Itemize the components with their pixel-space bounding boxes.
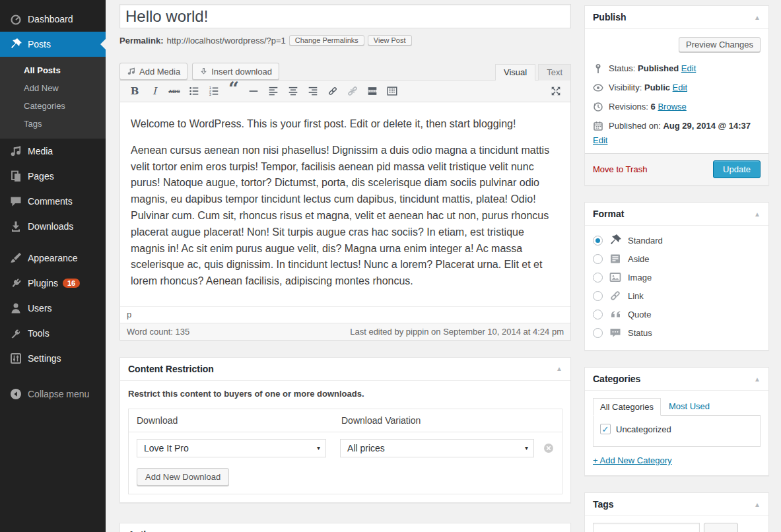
format-option-label: Quote <box>628 310 651 319</box>
category-checkbox[interactable] <box>600 424 611 434</box>
select-caret-icon: ▾ <box>317 444 320 451</box>
status-bubble-icon <box>609 326 622 339</box>
users-icon <box>9 302 22 315</box>
permalink-url[interactable]: http://localhost/wordpress/?p=1 <box>166 36 285 46</box>
add-new-download-button[interactable]: Add New Download <box>137 468 229 486</box>
horizontal-rule-button[interactable] <box>244 83 263 99</box>
categories-panel-header[interactable]: Categories ▲ <box>585 368 768 390</box>
add-tag-button[interactable] <box>704 523 738 532</box>
add-new-category-link[interactable]: + Add New Category <box>593 455 672 465</box>
submenu-item-tags[interactable]: Tags <box>0 115 106 133</box>
download-select-value: Love It Pro <box>144 443 189 453</box>
align-left-button[interactable] <box>264 83 283 99</box>
categories-panel: Categories ▲ All Categories Most Used Un… <box>584 367 769 476</box>
remove-row-icon[interactable] <box>543 443 554 453</box>
update-button[interactable]: Update <box>713 160 761 178</box>
sidebar-item-media[interactable]: Media <box>0 139 106 164</box>
sidebar-item-posts[interactable]: Posts <box>0 32 106 57</box>
sidebar-item-comments[interactable]: Comments <box>0 189 106 214</box>
preview-changes-button[interactable]: Preview Changes <box>679 37 761 52</box>
word-count: Word count: 135 <box>127 327 189 337</box>
variation-select[interactable]: All prices ▾ <box>340 439 534 457</box>
remove-link-button[interactable] <box>343 83 362 99</box>
collapse-arrow-icon[interactable]: ▲ <box>754 501 761 508</box>
toolbar-toggle-button[interactable] <box>383 83 401 99</box>
move-to-trash-link[interactable]: Move to Trash <box>593 164 647 174</box>
tab-text[interactable]: Text <box>538 64 571 81</box>
new-tag-input[interactable] <box>593 523 700 532</box>
bullet-list-button[interactable] <box>185 83 203 99</box>
panel-title: Format <box>593 209 624 219</box>
format-radio-link[interactable] <box>593 291 603 301</box>
download-select[interactable]: Love It Pro ▾ <box>137 439 326 457</box>
blockquote-button[interactable]: “ <box>224 83 243 99</box>
collapse-arrow-icon[interactable]: ▲ <box>754 211 761 218</box>
collapse-arrow-icon[interactable]: ▲ <box>754 376 761 383</box>
collapse-arrow-icon[interactable]: ▲ <box>556 365 562 372</box>
align-center-button[interactable] <box>284 83 302 99</box>
tab-most-used[interactable]: Most Used <box>661 398 718 416</box>
appearance-icon <box>9 251 22 265</box>
sidebar-item-dashboard[interactable]: Dashboard <box>0 7 106 32</box>
submenu-item-categories[interactable]: Categories <box>0 97 106 115</box>
italic-button[interactable]: I <box>145 83 164 99</box>
insert-download-label: Insert download <box>211 67 272 77</box>
sidebar-item-downloads[interactable]: Downloads <box>0 214 106 239</box>
dashboard-icon <box>9 13 22 26</box>
plugins-icon <box>9 277 22 290</box>
change-permalinks-button[interactable]: Change Permalinks <box>289 35 364 46</box>
active-menu-arrow-icon <box>100 39 106 50</box>
sidebar-item-settings[interactable]: Settings <box>0 346 106 371</box>
edit-visibility-link[interactable]: Edit <box>673 83 687 92</box>
tags-panel: Tags ▲ <box>584 492 769 532</box>
sidebar-item-label: Settings <box>28 353 61 364</box>
panel-title: Publish <box>593 12 627 22</box>
format-radio-image[interactable] <box>593 273 603 283</box>
format-panel-header[interactable]: Format ▲ <box>585 203 768 225</box>
edit-status-link[interactable]: Edit <box>681 63 696 73</box>
tab-visual[interactable]: Visual <box>495 64 535 81</box>
editor-element-path[interactable]: p <box>120 306 570 323</box>
insert-link-button[interactable] <box>323 83 342 99</box>
sidebar-item-label: Users <box>28 303 52 314</box>
edit-published-date-link[interactable]: Edit <box>593 135 607 145</box>
format-option-label: Aside <box>628 254 650 264</box>
sidebar-item-pages[interactable]: Pages <box>0 164 106 189</box>
collapse-menu-button[interactable]: Collapse menu <box>0 382 106 407</box>
more-tag-button[interactable] <box>363 83 382 99</box>
sidebar-item-users[interactable]: Users <box>0 296 106 321</box>
bold-button[interactable]: B <box>125 83 144 99</box>
format-radio-status[interactable] <box>593 328 603 338</box>
add-media-button[interactable]: Add Media <box>119 63 187 80</box>
tags-panel-header[interactable]: Tags ▲ <box>585 493 768 515</box>
variation-select-value: All prices <box>347 443 385 453</box>
submenu-item-add-new[interactable]: Add New <box>0 79 106 97</box>
sidebar-item-label: Appearance <box>28 253 78 263</box>
distraction-free-button[interactable] <box>547 83 565 99</box>
sidebar-item-appearance[interactable]: Appearance <box>0 246 106 271</box>
collapse-arrow-icon[interactable]: ▲ <box>754 14 761 21</box>
view-post-button[interactable]: View Post <box>368 35 412 46</box>
browse-revisions-link[interactable]: Browse <box>658 102 686 112</box>
align-right-button[interactable] <box>304 83 322 99</box>
author-panel-header[interactable]: Author ▲ <box>120 523 570 532</box>
sidebar-item-tools[interactable]: Tools <box>0 321 106 346</box>
tab-all-categories[interactable]: All Categories <box>593 398 661 416</box>
publish-panel: Publish ▲ Preview Changes Status: Publis… <box>584 5 769 185</box>
select-caret-icon: ▾ <box>525 444 528 451</box>
link-icon <box>609 289 622 302</box>
format-radio-aside[interactable] <box>593 254 603 264</box>
numbered-list-button[interactable]: 123 <box>205 83 223 99</box>
publish-panel-header[interactable]: Publish ▲ <box>585 6 768 28</box>
format-radio-quote[interactable] <box>593 310 603 319</box>
format-radio-standard[interactable] <box>593 236 603 246</box>
sidebar-item-label: Pages <box>28 171 54 182</box>
strikethrough-button[interactable]: ABC <box>165 83 184 99</box>
submenu-item-all-posts[interactable]: All Posts <box>0 61 106 79</box>
sidebar-item-plugins[interactable]: Plugins 16 <box>0 271 106 296</box>
media-icon <box>127 67 136 76</box>
content-restriction-header[interactable]: Content Restriction ▲ <box>120 358 570 380</box>
insert-download-button[interactable]: Insert download <box>192 63 279 80</box>
post-title-input[interactable] <box>119 4 571 28</box>
editor-content-area[interactable]: Welcome to WordPress. This is your first… <box>120 102 570 306</box>
